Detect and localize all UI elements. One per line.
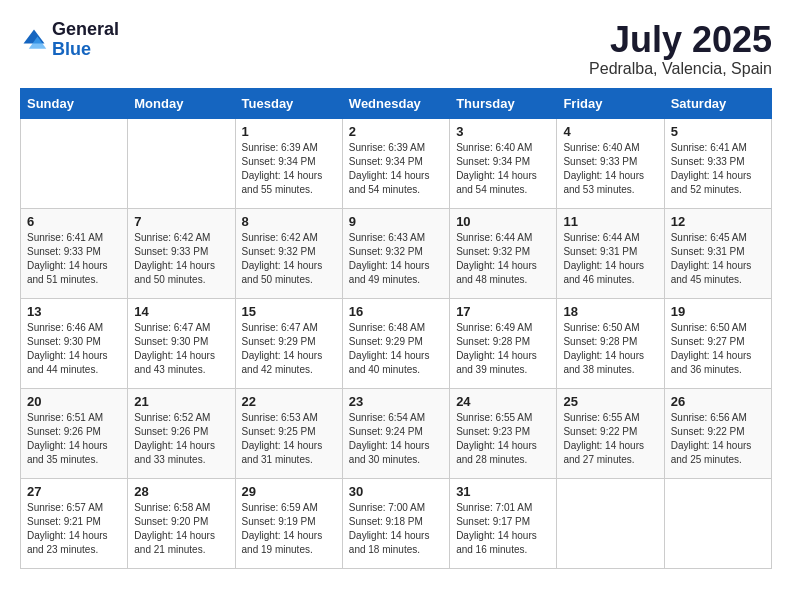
day-number: 1 [242,124,336,139]
week-row-1: 1Sunrise: 6:39 AM Sunset: 9:34 PM Daylig… [21,118,772,208]
table-row: 15Sunrise: 6:47 AM Sunset: 9:29 PM Dayli… [235,298,342,388]
day-number: 14 [134,304,228,319]
day-info: Sunrise: 6:39 AM Sunset: 9:34 PM Dayligh… [349,141,443,197]
day-number: 25 [563,394,657,409]
table-row: 18Sunrise: 6:50 AM Sunset: 9:28 PM Dayli… [557,298,664,388]
day-info: Sunrise: 6:39 AM Sunset: 9:34 PM Dayligh… [242,141,336,197]
table-row: 12Sunrise: 6:45 AM Sunset: 9:31 PM Dayli… [664,208,771,298]
table-row: 5Sunrise: 6:41 AM Sunset: 9:33 PM Daylig… [664,118,771,208]
table-row: 2Sunrise: 6:39 AM Sunset: 9:34 PM Daylig… [342,118,449,208]
table-row: 29Sunrise: 6:59 AM Sunset: 9:19 PM Dayli… [235,478,342,568]
page-header: General Blue July 2025 Pedralba, Valenci… [20,20,772,78]
day-info: Sunrise: 7:00 AM Sunset: 9:18 PM Dayligh… [349,501,443,557]
month-year: July 2025 [589,20,772,60]
table-row: 13Sunrise: 6:46 AM Sunset: 9:30 PM Dayli… [21,298,128,388]
day-number: 30 [349,484,443,499]
day-number: 5 [671,124,765,139]
table-row: 27Sunrise: 6:57 AM Sunset: 9:21 PM Dayli… [21,478,128,568]
day-number: 11 [563,214,657,229]
day-info: Sunrise: 6:45 AM Sunset: 9:31 PM Dayligh… [671,231,765,287]
table-row: 22Sunrise: 6:53 AM Sunset: 9:25 PM Dayli… [235,388,342,478]
table-row: 31Sunrise: 7:01 AM Sunset: 9:17 PM Dayli… [450,478,557,568]
table-row: 3Sunrise: 6:40 AM Sunset: 9:34 PM Daylig… [450,118,557,208]
day-info: Sunrise: 6:47 AM Sunset: 9:30 PM Dayligh… [134,321,228,377]
week-row-2: 6Sunrise: 6:41 AM Sunset: 9:33 PM Daylig… [21,208,772,298]
day-info: Sunrise: 6:41 AM Sunset: 9:33 PM Dayligh… [27,231,121,287]
header-wednesday: Wednesday [342,88,449,118]
day-info: Sunrise: 6:50 AM Sunset: 9:27 PM Dayligh… [671,321,765,377]
table-row [128,118,235,208]
week-row-3: 13Sunrise: 6:46 AM Sunset: 9:30 PM Dayli… [21,298,772,388]
table-row: 23Sunrise: 6:54 AM Sunset: 9:24 PM Dayli… [342,388,449,478]
day-number: 16 [349,304,443,319]
table-row: 19Sunrise: 6:50 AM Sunset: 9:27 PM Dayli… [664,298,771,388]
location: Pedralba, Valencia, Spain [589,60,772,78]
day-number: 13 [27,304,121,319]
day-number: 29 [242,484,336,499]
day-info: Sunrise: 7:01 AM Sunset: 9:17 PM Dayligh… [456,501,550,557]
table-row: 28Sunrise: 6:58 AM Sunset: 9:20 PM Dayli… [128,478,235,568]
day-info: Sunrise: 6:44 AM Sunset: 9:31 PM Dayligh… [563,231,657,287]
day-number: 17 [456,304,550,319]
table-row: 20Sunrise: 6:51 AM Sunset: 9:26 PM Dayli… [21,388,128,478]
day-number: 27 [27,484,121,499]
calendar: Sunday Monday Tuesday Wednesday Thursday… [20,88,772,569]
day-info: Sunrise: 6:59 AM Sunset: 9:19 PM Dayligh… [242,501,336,557]
day-number: 28 [134,484,228,499]
header-tuesday: Tuesday [235,88,342,118]
day-info: Sunrise: 6:46 AM Sunset: 9:30 PM Dayligh… [27,321,121,377]
day-info: Sunrise: 6:58 AM Sunset: 9:20 PM Dayligh… [134,501,228,557]
day-number: 7 [134,214,228,229]
header-friday: Friday [557,88,664,118]
day-number: 2 [349,124,443,139]
day-number: 15 [242,304,336,319]
day-info: Sunrise: 6:48 AM Sunset: 9:29 PM Dayligh… [349,321,443,377]
day-info: Sunrise: 6:42 AM Sunset: 9:32 PM Dayligh… [242,231,336,287]
table-row [21,118,128,208]
table-row: 4Sunrise: 6:40 AM Sunset: 9:33 PM Daylig… [557,118,664,208]
day-info: Sunrise: 6:56 AM Sunset: 9:22 PM Dayligh… [671,411,765,467]
day-number: 18 [563,304,657,319]
table-row: 14Sunrise: 6:47 AM Sunset: 9:30 PM Dayli… [128,298,235,388]
day-number: 8 [242,214,336,229]
week-row-5: 27Sunrise: 6:57 AM Sunset: 9:21 PM Dayli… [21,478,772,568]
day-info: Sunrise: 6:41 AM Sunset: 9:33 PM Dayligh… [671,141,765,197]
day-number: 12 [671,214,765,229]
table-row: 26Sunrise: 6:56 AM Sunset: 9:22 PM Dayli… [664,388,771,478]
day-number: 21 [134,394,228,409]
table-row: 25Sunrise: 6:55 AM Sunset: 9:22 PM Dayli… [557,388,664,478]
header-thursday: Thursday [450,88,557,118]
day-number: 23 [349,394,443,409]
table-row: 11Sunrise: 6:44 AM Sunset: 9:31 PM Dayli… [557,208,664,298]
header-monday: Monday [128,88,235,118]
logo-text: General Blue [52,20,119,60]
day-info: Sunrise: 6:57 AM Sunset: 9:21 PM Dayligh… [27,501,121,557]
day-info: Sunrise: 6:52 AM Sunset: 9:26 PM Dayligh… [134,411,228,467]
day-number: 10 [456,214,550,229]
table-row: 17Sunrise: 6:49 AM Sunset: 9:28 PM Dayli… [450,298,557,388]
table-row: 10Sunrise: 6:44 AM Sunset: 9:32 PM Dayli… [450,208,557,298]
day-number: 3 [456,124,550,139]
day-number: 9 [349,214,443,229]
day-info: Sunrise: 6:43 AM Sunset: 9:32 PM Dayligh… [349,231,443,287]
table-row: 8Sunrise: 6:42 AM Sunset: 9:32 PM Daylig… [235,208,342,298]
table-row: 6Sunrise: 6:41 AM Sunset: 9:33 PM Daylig… [21,208,128,298]
day-info: Sunrise: 6:54 AM Sunset: 9:24 PM Dayligh… [349,411,443,467]
weekday-header-row: Sunday Monday Tuesday Wednesday Thursday… [21,88,772,118]
day-info: Sunrise: 6:55 AM Sunset: 9:22 PM Dayligh… [563,411,657,467]
day-number: 20 [27,394,121,409]
day-info: Sunrise: 6:40 AM Sunset: 9:34 PM Dayligh… [456,141,550,197]
day-info: Sunrise: 6:55 AM Sunset: 9:23 PM Dayligh… [456,411,550,467]
header-saturday: Saturday [664,88,771,118]
day-info: Sunrise: 6:49 AM Sunset: 9:28 PM Dayligh… [456,321,550,377]
day-number: 4 [563,124,657,139]
table-row: 7Sunrise: 6:42 AM Sunset: 9:33 PM Daylig… [128,208,235,298]
table-row: 30Sunrise: 7:00 AM Sunset: 9:18 PM Dayli… [342,478,449,568]
header-sunday: Sunday [21,88,128,118]
table-row: 24Sunrise: 6:55 AM Sunset: 9:23 PM Dayli… [450,388,557,478]
day-number: 26 [671,394,765,409]
table-row: 1Sunrise: 6:39 AM Sunset: 9:34 PM Daylig… [235,118,342,208]
day-info: Sunrise: 6:44 AM Sunset: 9:32 PM Dayligh… [456,231,550,287]
day-info: Sunrise: 6:50 AM Sunset: 9:28 PM Dayligh… [563,321,657,377]
day-number: 31 [456,484,550,499]
